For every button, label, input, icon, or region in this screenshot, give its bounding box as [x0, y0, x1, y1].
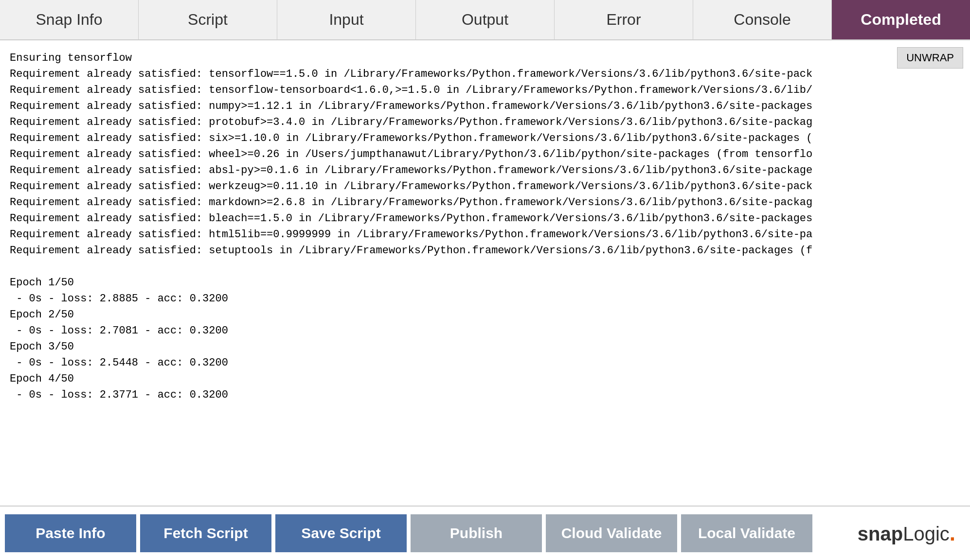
- cloud-validate-button[interactable]: Cloud Validate: [546, 514, 677, 552]
- unwrap-button[interactable]: UNWRAP: [897, 47, 963, 69]
- tab-input[interactable]: Input: [277, 0, 416, 39]
- console-area: UNWRAP Ensuring tensorflow Requirement a…: [0, 40, 970, 506]
- tab-bar: Snap Info Script Input Output Error Cons…: [0, 0, 970, 40]
- tab-script[interactable]: Script: [139, 0, 277, 39]
- tab-snap-info[interactable]: Snap Info: [0, 0, 139, 39]
- local-validate-button[interactable]: Local Validate: [681, 514, 812, 552]
- fetch-script-button[interactable]: Fetch Script: [140, 514, 271, 552]
- tab-error[interactable]: Error: [555, 0, 693, 39]
- paste-info-button[interactable]: Paste Info: [5, 514, 136, 552]
- tab-output[interactable]: Output: [416, 0, 555, 39]
- tab-completed[interactable]: Completed: [832, 0, 970, 39]
- bottom-toolbar: Paste Info Fetch Script Save Script Publ…: [0, 506, 970, 560]
- logo-dot: .: [950, 521, 955, 545]
- console-output: Ensuring tensorflow Requirement already …: [10, 50, 960, 403]
- tab-console[interactable]: Console: [693, 0, 832, 39]
- logo-logic-text: Logic: [903, 523, 950, 544]
- logo-snap-text: snap: [858, 523, 903, 544]
- save-script-button[interactable]: Save Script: [275, 514, 407, 552]
- publish-button[interactable]: Publish: [411, 514, 542, 552]
- snaplogic-logo: snapLogic.: [858, 521, 965, 545]
